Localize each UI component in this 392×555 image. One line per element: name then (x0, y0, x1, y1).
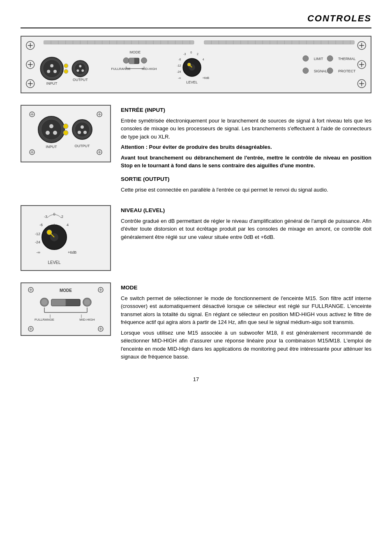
mode-section: MODE FULLRANGE MID-HIGH (21, 282, 371, 363)
svg-text:MID-HIGH: MID-HIGH (79, 318, 95, 321)
svg-text:LEVEL: LEVEL (48, 260, 61, 265)
svg-point-74 (64, 69, 68, 74)
entree-title: ENTRÉE (INPUT) (121, 106, 371, 114)
svg-text:4: 4 (203, 58, 204, 61)
svg-text:-6: -6 (39, 223, 43, 227)
svg-text:LIMIT: LIMIT (314, 57, 323, 61)
niveau-text: NIVEAU (LEVEL) Contrôle gradué en dB per… (121, 205, 371, 241)
entree-body: Entrée symétrisée électroniquement pour … (121, 117, 371, 170)
svg-text:-∞: -∞ (37, 250, 40, 254)
svg-text:OUTPUT: OUTPUT (73, 77, 88, 81)
svg-text:0: 0 (53, 212, 55, 216)
svg-text:4: 4 (67, 223, 69, 227)
svg-point-71 (81, 69, 84, 72)
svg-text:-∞: -∞ (178, 76, 181, 79)
svg-point-117 (78, 131, 81, 134)
svg-text:-3: -3 (44, 215, 47, 219)
svg-text:MODE: MODE (60, 288, 72, 293)
svg-point-101 (327, 56, 333, 61)
mode-svg: MODE FULLRANGE MID-HIGH (25, 284, 107, 335)
niveau-body: Contrôle gradué en dB permettant de régl… (121, 217, 371, 241)
screw-br (357, 79, 366, 88)
niveau-image: -3 0 2 -6 4 -12 -24 -∞ +6dB (21, 205, 111, 271)
svg-rect-13 (44, 40, 51, 44)
svg-point-113 (63, 130, 68, 135)
mode-title: MODE (121, 284, 371, 292)
svg-point-152 (42, 299, 47, 305)
entree-text: ENTRÉE (INPUT) Entrée symétrisée électro… (121, 105, 371, 194)
mode-body2: Lorsque vous utilisez une M15 associée à… (121, 329, 371, 361)
svg-point-116 (81, 125, 84, 129)
svg-point-111 (53, 131, 57, 135)
svg-text:OUTPUT: OUTPUT (75, 144, 90, 148)
svg-text:-6: -6 (178, 58, 181, 61)
svg-point-115 (75, 122, 90, 137)
svg-point-109 (49, 124, 53, 128)
svg-text:FULLRANGE: FULLRANGE (35, 318, 54, 321)
mode-body: Ce switch permet de sélectionner le mode… (121, 294, 371, 361)
mode-area: MODE FULLRANGE MID-HIGH (111, 50, 157, 71)
page-number: 17 (21, 376, 371, 383)
svg-point-64 (47, 70, 50, 73)
svg-point-65 (53, 70, 57, 73)
svg-point-103 (303, 68, 309, 74)
niveau-title: NIVEAU (LEVEL) (121, 207, 371, 215)
svg-point-62 (43, 60, 60, 77)
niveau-section: -3 0 2 -6 4 -12 -24 -∞ +6dB (21, 205, 371, 271)
screw-ml (26, 60, 35, 69)
svg-text:INPUT: INPUT (46, 145, 58, 149)
svg-point-156 (84, 299, 90, 305)
page-header: CONTROLES (21, 12, 371, 28)
svg-text:-12: -12 (35, 232, 40, 236)
screw-tl (26, 41, 35, 49)
svg-point-99 (303, 56, 309, 61)
output-connector: OUTPUT (72, 60, 89, 81)
svg-point-77 (141, 58, 147, 63)
screw-bl (26, 79, 35, 88)
entree-svg: INPUT OUTPUT (25, 107, 107, 160)
device-diagram: INPUT OUTPUT MODE (21, 36, 371, 93)
top-vents (44, 40, 194, 44)
svg-text:SIGNAL: SIGNAL (314, 69, 327, 73)
input-connector: INPUT (40, 57, 63, 86)
svg-point-110 (46, 131, 50, 135)
svg-text:-24: -24 (35, 240, 40, 244)
svg-text:2: 2 (197, 53, 198, 56)
svg-point-70 (76, 69, 79, 72)
svg-text:-24: -24 (177, 70, 181, 73)
page: CONTROLES (0, 0, 392, 555)
entree-image: INPUT OUTPUT (21, 105, 111, 162)
svg-point-112 (63, 124, 68, 129)
svg-text:+6dB: +6dB (68, 250, 76, 254)
device-diagram-svg: INPUT OUTPUT MODE (21, 37, 371, 92)
page-title: CONTROLES (307, 13, 371, 23)
svg-point-118 (83, 131, 87, 134)
svg-rect-79 (129, 58, 134, 64)
svg-point-108 (41, 119, 62, 140)
svg-rect-154 (51, 299, 66, 306)
entree-body1: Entrée symétrisée électroniquement pour … (121, 117, 371, 141)
svg-text:LEVEL: LEVEL (186, 80, 198, 84)
svg-text:THERMAL: THERMAL (338, 57, 355, 61)
svg-text:+6dB: +6dB (203, 76, 210, 79)
svg-text:PROTECT: PROTECT (338, 69, 356, 73)
niveau-svg: -3 0 2 -6 4 -12 -24 -∞ +6dB (25, 206, 107, 270)
svg-text:INPUT: INPUT (46, 81, 58, 86)
svg-point-63 (50, 64, 53, 67)
mode-body1: Ce switch permet de sélectionner le mode… (121, 294, 371, 326)
mode-image: MODE FULLRANGE MID-HIGH (21, 282, 111, 336)
level-area: -3 0 2 -6 4 -12 -24 -∞ +6dB LEVEL (177, 51, 209, 84)
entree-avant: Avant tout branchement ou débranchement … (121, 154, 371, 170)
sortie-title: SORTIE (OUTPUT) (121, 176, 371, 183)
right-leds: LIMIT THERMAL SIGNAL PROTECT (303, 56, 356, 73)
svg-rect-34 (204, 40, 355, 44)
svg-text:0: 0 (190, 51, 192, 54)
entree-attention: Attention : Pour éviter de produire des … (121, 143, 371, 151)
mode-text: MODE Ce switch permet de sélectionner le… (121, 282, 371, 363)
svg-point-105 (327, 68, 333, 74)
svg-text:MODE: MODE (129, 50, 141, 54)
entree-section: INPUT OUTPUT ENTRÉE (INPUT) Entrée symét… (21, 105, 371, 194)
svg-point-76 (123, 58, 129, 63)
screw-mr (357, 60, 366, 69)
svg-text:-3: -3 (183, 53, 186, 56)
